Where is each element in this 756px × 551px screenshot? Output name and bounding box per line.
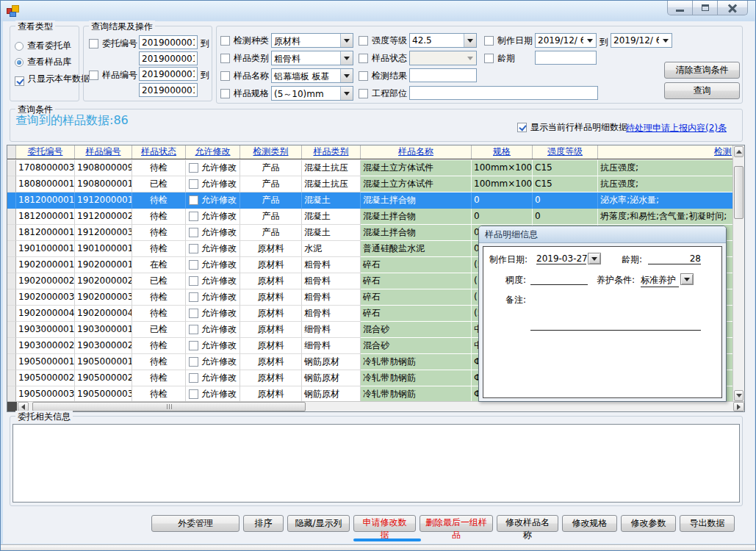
cell-test-category[interactable]: 原材料 xyxy=(240,386,302,402)
chevron-down-icon[interactable] xyxy=(583,34,596,47)
column-header-test-category[interactable]: 检测类别 xyxy=(240,145,302,159)
row-header[interactable] xyxy=(7,241,16,257)
row-header[interactable] xyxy=(7,176,16,192)
table-row[interactable]: 18080000011908000001已检允许修改产品混凝土抗压混凝土立方体试… xyxy=(7,176,733,192)
cell-test-category[interactable]: 原材料 xyxy=(240,322,302,338)
chevron-down-icon[interactable] xyxy=(464,34,476,47)
table-row[interactable]: 18120000011912000002待检允许修改产品混凝土混凝土拌合物00坍… xyxy=(7,209,733,225)
popup-remark-value[interactable] xyxy=(530,294,701,331)
cell-spec[interactable]: 100mm×100mm× xyxy=(472,160,533,176)
sample-category-combo[interactable]: 粗骨料 xyxy=(271,51,353,65)
cell-entrust-no[interactable]: 1903000002 xyxy=(16,338,75,354)
sample-status-combo[interactable] xyxy=(409,51,477,65)
row-header[interactable] xyxy=(7,257,16,273)
column-header-entrust-no[interactable]: 委托编号 xyxy=(16,145,75,159)
popup-consistency-value[interactable] xyxy=(530,274,588,285)
cell-test-params[interactable]: 抗压强度; xyxy=(598,176,733,192)
cell-sample-category[interactable]: 混凝土 xyxy=(302,209,361,225)
row-header[interactable] xyxy=(7,192,16,209)
cell-sample-category[interactable]: 混凝土 xyxy=(302,225,361,241)
column-header-allow-edit[interactable]: 允许修改 xyxy=(186,145,240,159)
cell-sample-name[interactable]: 混合砂 xyxy=(361,338,472,354)
outsource-manage-button[interactable]: 外委管理 xyxy=(151,515,240,532)
show-detail-checkbox[interactable]: 显示当前行样品明细数据 xyxy=(517,121,627,134)
cell-sample-no[interactable]: 1902000003 xyxy=(75,289,132,306)
modify-spec-button[interactable]: 修改规格 xyxy=(562,515,617,532)
row-header[interactable] xyxy=(7,322,16,338)
cell-sample-no[interactable]: 1912000002 xyxy=(75,209,132,225)
cell-entrust-no[interactable]: 1812000001 xyxy=(16,225,75,241)
cell-test-params[interactable]: 抗压强度; xyxy=(598,160,733,176)
cell-entrust-no[interactable]: 1905000003 xyxy=(16,386,75,402)
cell-sample-no[interactable]: 1905000003 xyxy=(75,386,132,402)
grid-vertical-scrollbar[interactable] xyxy=(732,145,744,402)
cell-sample-no[interactable]: 1902000001 xyxy=(75,257,132,273)
cell-sample-name[interactable]: 碎石 xyxy=(361,273,472,289)
cell-sample-no[interactable]: 1908000009 xyxy=(75,160,132,176)
cell-test-category[interactable]: 原材料 xyxy=(240,257,302,273)
grid-horizontal-scrollbar[interactable] xyxy=(7,401,744,411)
allow-edit-checkbox[interactable] xyxy=(189,373,198,383)
allow-edit-checkbox[interactable] xyxy=(189,195,198,205)
cell-sample-no[interactable]: 1901000001 xyxy=(75,241,132,257)
cell-sample-no[interactable]: 1912000001 xyxy=(75,192,132,209)
cell-entrust-no[interactable]: 1708000003 xyxy=(16,160,75,176)
clear-query-button[interactable]: 清除查询条件 xyxy=(664,62,740,79)
cell-sample-no[interactable]: 1912000003 xyxy=(75,225,132,241)
current-year-checkbox[interactable]: 只显示本年数据 xyxy=(15,73,73,86)
allow-edit-checkbox[interactable] xyxy=(189,341,198,350)
chevron-down-icon[interactable] xyxy=(659,34,672,47)
cell-strength-grade[interactable]: C15 xyxy=(533,160,598,176)
cell-entrust-no[interactable]: 1901000001 xyxy=(16,241,75,257)
sample-no-to-input[interactable] xyxy=(139,83,198,97)
cell-sample-no[interactable]: 1902000004 xyxy=(75,306,132,322)
cell-entrust-no[interactable]: 1905000001 xyxy=(16,354,75,370)
minimize-button[interactable] xyxy=(667,1,693,15)
entrust-no-checkbox[interactable]: 委托编号 xyxy=(89,37,137,50)
cell-sample-no[interactable]: 1908000001 xyxy=(75,176,132,192)
cell-sample-name[interactable]: 混凝土立方体试件 xyxy=(361,160,472,176)
row-header[interactable] xyxy=(7,209,16,225)
age-checkbox[interactable]: 龄期 xyxy=(484,52,515,65)
column-header-spec[interactable]: 规格 xyxy=(472,145,533,159)
scroll-right-button[interactable] xyxy=(733,402,744,411)
cell-sample-category[interactable]: 钢筋原材 xyxy=(302,386,361,402)
allow-edit-checkbox[interactable] xyxy=(189,228,198,237)
cell-sample-category[interactable]: 水泥 xyxy=(302,241,361,257)
vertical-scroll-thumb[interactable] xyxy=(734,166,744,219)
maximize-button[interactable] xyxy=(692,1,718,15)
row-header[interactable] xyxy=(7,354,16,370)
cell-test-category[interactable]: 产品 xyxy=(240,192,302,209)
test-result-checkbox[interactable]: 检测结果 xyxy=(359,70,407,82)
cell-test-category[interactable]: 原材料 xyxy=(240,289,302,306)
cell-entrust-no[interactable]: 1905000002 xyxy=(16,370,75,386)
table-row[interactable]: 17080000031908000009待检允许修改产品混凝土抗压混凝土立方体试… xyxy=(7,160,733,176)
row-header[interactable] xyxy=(7,370,16,386)
entrust-no-from-input[interactable] xyxy=(139,35,198,49)
sample-no-from-input[interactable] xyxy=(139,67,198,81)
cell-test-category[interactable]: 产品 xyxy=(240,176,302,192)
cell-sample-name[interactable]: 普通硅酸盐水泥 xyxy=(361,241,472,257)
cell-sample-no[interactable]: 1902000002 xyxy=(75,273,132,289)
cell-spec[interactable]: 0 xyxy=(472,192,533,209)
row-header[interactable] xyxy=(7,273,16,289)
cell-sample-status[interactable]: 待检 xyxy=(132,386,186,402)
close-button[interactable] xyxy=(717,1,748,15)
export-data-button[interactable]: 导出数据 xyxy=(680,515,735,532)
row-header[interactable] xyxy=(7,386,16,402)
cell-sample-category[interactable]: 混凝土抗压 xyxy=(302,160,361,176)
sample-status-checkbox[interactable]: 样品状态 xyxy=(359,52,407,65)
related-info-textarea[interactable] xyxy=(12,424,740,503)
column-header-sample-category[interactable]: 样品类别 xyxy=(302,145,361,159)
sort-button[interactable]: 排序 xyxy=(243,515,284,532)
cell-sample-status[interactable]: 待检 xyxy=(132,338,186,354)
popup-age-value[interactable]: 28 xyxy=(648,253,701,264)
pending-report-link[interactable]: 待处理申请上报内容(2)条 xyxy=(626,122,727,134)
allow-edit-checkbox[interactable] xyxy=(189,309,198,318)
cell-sample-name[interactable]: 混合砂 xyxy=(361,322,472,338)
allow-edit-checkbox[interactable] xyxy=(189,244,198,253)
allow-edit-checkbox[interactable] xyxy=(189,212,198,221)
cell-sample-category[interactable]: 细骨料 xyxy=(302,338,361,354)
cell-entrust-no[interactable]: 1812000001 xyxy=(16,192,75,209)
cell-test-category[interactable]: 原材料 xyxy=(240,241,302,257)
